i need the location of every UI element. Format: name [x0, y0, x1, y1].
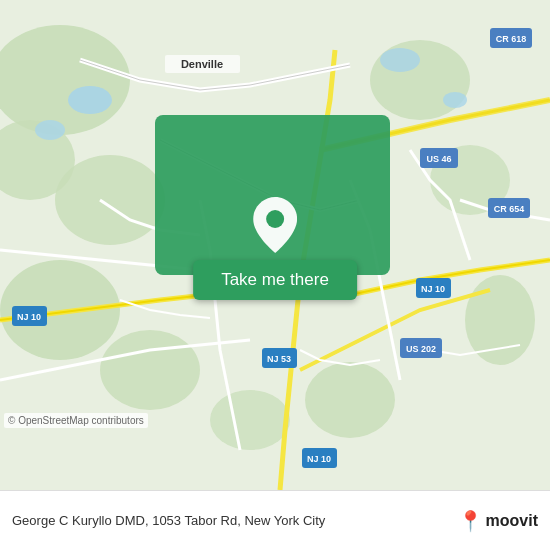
- button-overlay: Take me there: [193, 190, 357, 300]
- address-text: George C Kuryllo DMD, 1053 Tabor Rd, New…: [12, 513, 448, 528]
- svg-point-3: [55, 155, 165, 245]
- svg-point-12: [35, 120, 65, 140]
- svg-text:CR 618: CR 618: [496, 34, 527, 44]
- svg-point-10: [210, 390, 290, 450]
- svg-text:NJ 53: NJ 53: [267, 354, 291, 364]
- svg-point-9: [305, 362, 395, 438]
- map-container: Denville CR 618 US 46 NJ 10 NJ 53 NJ 10 …: [0, 0, 550, 490]
- osm-attribution: © OpenStreetMap contributors: [4, 413, 148, 428]
- svg-text:NJ 10: NJ 10: [17, 312, 41, 322]
- svg-text:US 202: US 202: [406, 344, 436, 354]
- moovit-logo: 📍 moovit: [458, 509, 538, 533]
- moovit-brand-text: moovit: [486, 512, 538, 530]
- take-me-there-button[interactable]: Take me there: [193, 260, 357, 300]
- svg-text:Denville: Denville: [181, 58, 223, 70]
- svg-text:US 46: US 46: [426, 154, 451, 164]
- svg-text:CR 654: CR 654: [494, 204, 525, 214]
- moovit-pin-icon: 📍: [458, 509, 483, 533]
- svg-text:NJ 10: NJ 10: [307, 454, 331, 464]
- svg-point-13: [380, 48, 420, 72]
- svg-point-14: [443, 92, 467, 108]
- svg-point-11: [68, 86, 112, 114]
- bottom-bar: George C Kuryllo DMD, 1053 Tabor Rd, New…: [0, 490, 550, 550]
- location-pin-icon: [245, 190, 305, 260]
- svg-point-34: [266, 210, 284, 228]
- svg-point-5: [100, 330, 200, 410]
- svg-text:NJ 10: NJ 10: [421, 284, 445, 294]
